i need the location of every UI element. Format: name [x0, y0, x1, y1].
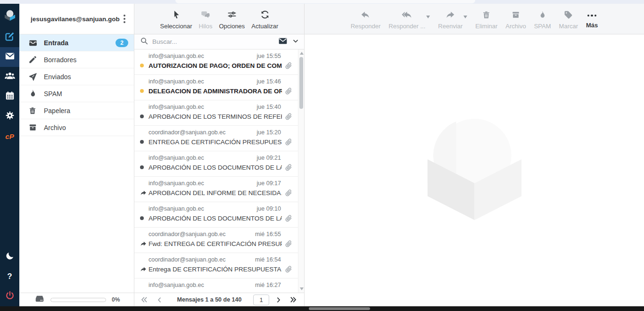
- folder-item-borradores[interactable]: Borradores: [19, 51, 134, 68]
- reply-label: Responder: [351, 23, 381, 30]
- quota-progress-bar: [50, 298, 106, 302]
- read-dot-icon[interactable]: [140, 216, 149, 220]
- compose-button[interactable]: [0, 27, 19, 47]
- search-scope-mail-icon[interactable]: [278, 36, 288, 48]
- options-label: Opciones: [219, 23, 245, 30]
- list-toolbar: Seleccionar Hilos: [134, 4, 304, 34]
- message-sender: coordinador@sanjuan.gob.ec: [149, 129, 226, 136]
- read-dot-icon[interactable]: [140, 115, 149, 118]
- message-subject: APROBACION DE LOS TERMINOS DE REFER…: [149, 113, 282, 120]
- message-row[interactable]: info@sanjuan.gob.ecjue 09:21 APROBACIÓN …: [134, 151, 298, 177]
- forwarded-icon[interactable]: [140, 189, 149, 196]
- reply-button[interactable]: Responder: [351, 10, 381, 30]
- scrollbar-thumb[interactable]: [299, 57, 303, 109]
- last-page-button[interactable]: [287, 294, 299, 305]
- attachment-paperclip-icon: [285, 138, 292, 146]
- options-button[interactable]: Opciones: [219, 10, 245, 30]
- folder-item-archivo[interactable]: Archivo: [19, 119, 134, 136]
- threads-button[interactable]: Hilos: [199, 10, 213, 30]
- refresh-button[interactable]: Actualizar: [251, 10, 278, 30]
- reply-all-dropdown-caret-icon[interactable]: [426, 16, 430, 18]
- message-row[interactable]: coordinador@sanjuan.gob.ecmié 16:54 Entr…: [134, 253, 298, 278]
- scroll-down-arrow-icon[interactable]: [300, 287, 304, 290]
- message-content-panel: Responder Responder ... Reenviar: [305, 4, 644, 306]
- trash-icon: [482, 10, 491, 21]
- reply-icon: [360, 10, 371, 21]
- message-sender: info@sanjuan.gob.ec: [149, 155, 204, 161]
- search-bar: [134, 34, 304, 49]
- more-button[interactable]: Más: [586, 11, 598, 29]
- taskmenu-calendar-button[interactable]: [0, 87, 19, 106]
- message-row[interactable]: info@sanjuan.gob.ecjue 09:17 APROBACION …: [134, 177, 298, 202]
- message-row[interactable]: info@sanjuan.gob.ecjue 15:55 AUTORIZACIO…: [134, 49, 298, 75]
- folder-item-spam[interactable]: SPAM: [19, 85, 134, 102]
- message-subject: APROBACIÓN DE LOS DOCUMENTOS DE LA…: [149, 215, 282, 222]
- attachment-paperclip-icon: [285, 240, 292, 247]
- message-sender: coordinador@sanjuan.gob.ec: [149, 256, 226, 263]
- message-row[interactable]: info@sanjuan.gob.ecjue 15:46 DELEGACION …: [134, 75, 298, 100]
- message-list: info@sanjuan.gob.ecjue 15:55 AUTORIZACIO…: [134, 49, 304, 293]
- message-row[interactable]: info@sanjuan.gob.ecjue 15:40 APROBACION …: [134, 100, 298, 126]
- message-date: jue 15:46: [257, 78, 281, 85]
- message-date: jue 09:17: [257, 180, 281, 187]
- flame-icon: [28, 89, 38, 98]
- archive-icon: [511, 10, 520, 21]
- spam-button[interactable]: SPAM: [534, 10, 551, 30]
- kebab-menu-icon[interactable]: [120, 13, 129, 25]
- select-button[interactable]: Seleccionar: [160, 10, 192, 30]
- taskmenu-contacts-button[interactable]: [0, 67, 19, 87]
- message-sender: info@sanjuan.gob.ec: [149, 53, 204, 59]
- folder-item-enviados[interactable]: Enviados: [19, 68, 134, 85]
- message-row[interactable]: coordinador@sanjuan.gob.ecmié 16:55 Fwd:…: [134, 228, 298, 253]
- read-dot-icon[interactable]: [140, 140, 149, 144]
- message-subject: ENTREGA DE CERTIFICACIÓN PRESUPUEST…: [149, 139, 282, 146]
- unread-dot-icon[interactable]: [140, 64, 149, 67]
- mail-icon: [5, 51, 15, 63]
- logout-button[interactable]: [0, 286, 19, 306]
- search-options-chevron-down-icon[interactable]: [292, 37, 299, 47]
- first-page-button[interactable]: [138, 294, 150, 305]
- search-icon: [140, 37, 149, 47]
- folder-item-papelera[interactable]: Papelera: [19, 102, 134, 119]
- horizontal-scrollbar[interactable]: [0, 306, 644, 311]
- previous-page-button[interactable]: [153, 294, 165, 305]
- next-page-button[interactable]: [272, 294, 284, 305]
- folder-item-entrada[interactable]: Entrada 2: [19, 34, 134, 51]
- unread-dot-icon[interactable]: [140, 89, 149, 93]
- page-number-input[interactable]: [253, 295, 269, 305]
- reply-all-button[interactable]: Responder ...: [388, 10, 425, 30]
- flame-icon: [538, 10, 547, 21]
- horizontal-scrollbar-thumb[interactable]: [309, 307, 370, 310]
- archive-button[interactable]: Archivo: [505, 10, 526, 30]
- forward-dropdown-caret-icon[interactable]: [463, 16, 467, 18]
- list-scrollbar[interactable]: [298, 49, 304, 293]
- threads-label: Hilos: [199, 23, 213, 30]
- taskmenu-settings-button[interactable]: [0, 106, 19, 126]
- contacts-icon: [4, 70, 16, 83]
- ellipsis-icon: [587, 11, 597, 20]
- message-subject: APROBACIÓN DE LOS DOCUMENTOS DE LA…: [149, 164, 282, 171]
- attachment-paperclip-icon: [285, 189, 292, 196]
- help-button[interactable]: ?: [0, 267, 19, 286]
- taskmenu-cpanel-button[interactable]: cP: [0, 126, 19, 146]
- forwarded-icon[interactable]: [140, 240, 149, 247]
- forward-button[interactable]: Reenviar: [438, 10, 462, 30]
- question-icon: ?: [7, 272, 12, 281]
- folder-label: Enviados: [44, 73, 128, 81]
- scroll-up-arrow-icon[interactable]: [300, 52, 304, 55]
- search-input[interactable]: [152, 38, 274, 45]
- taskmenu-mail-button[interactable]: [0, 47, 19, 67]
- message-row[interactable]: coordinador@sanjuan.gob.ecjue 15:20 ENTR…: [134, 126, 298, 151]
- folder-list: Entrada 2 Borradores Enviados: [19, 34, 134, 293]
- refresh-icon: [260, 10, 270, 21]
- mark-button[interactable]: Marcar: [559, 10, 578, 30]
- inbox-icon: [28, 38, 38, 48]
- read-dot-icon[interactable]: [140, 165, 149, 169]
- message-date: jue 09:10: [257, 205, 281, 212]
- message-row[interactable]: info@sanjuan.gob.ecjue 09:10 APROBACIÓN …: [134, 202, 298, 228]
- delete-button[interactable]: Eliminar: [475, 10, 497, 30]
- dark-mode-button[interactable]: [0, 247, 19, 267]
- folder-label: Archivo: [44, 124, 128, 131]
- message-row[interactable]: info@sanjuan.gob.ecmié 16:27: [134, 278, 298, 291]
- forwarded-icon[interactable]: [140, 266, 149, 272]
